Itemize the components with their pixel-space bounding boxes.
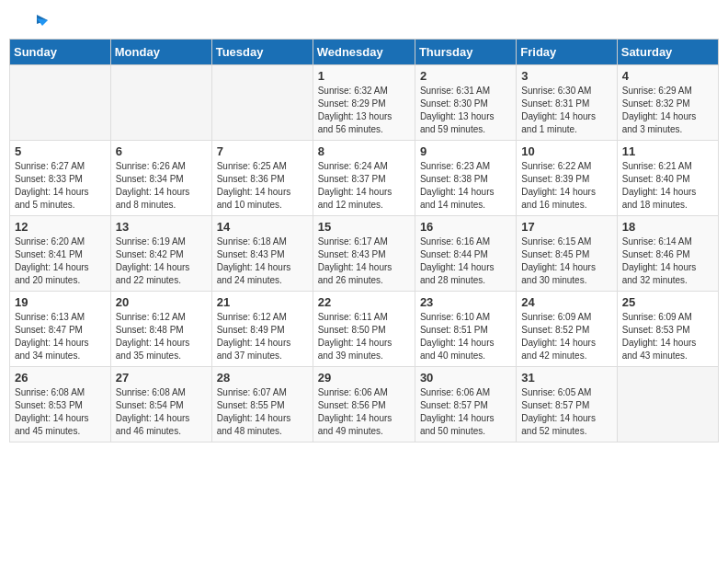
- day-number: 6: [116, 144, 207, 158]
- day-info: Sunrise: 6:17 AMSunset: 8:43 PMDaylight:…: [318, 236, 410, 287]
- day-number: 23: [420, 295, 511, 309]
- col-header-tuesday: Tuesday: [211, 40, 313, 65]
- day-number: 29: [318, 371, 410, 385]
- day-number: 20: [116, 295, 207, 309]
- calendar-cell: 25Sunrise: 6:09 AMSunset: 8:53 PMDayligh…: [617, 292, 718, 367]
- calendar-cell: 5Sunrise: 6:27 AMSunset: 8:33 PMDaylight…: [10, 141, 111, 216]
- calendar-week-1: 1Sunrise: 6:32 AMSunset: 8:29 PMDaylight…: [10, 65, 719, 141]
- day-info: Sunrise: 6:25 AMSunset: 8:36 PMDaylight:…: [217, 160, 308, 212]
- day-number: 2: [420, 69, 511, 83]
- calendar-cell: 13Sunrise: 6:19 AMSunset: 8:42 PMDayligh…: [110, 216, 211, 292]
- calendar-cell: 16Sunrise: 6:16 AMSunset: 8:44 PMDayligh…: [415, 216, 516, 292]
- calendar-cell: 20Sunrise: 6:12 AMSunset: 8:48 PMDayligh…: [110, 292, 211, 367]
- day-number: 28: [217, 371, 308, 385]
- calendar-cell: 19Sunrise: 6:13 AMSunset: 8:47 PMDayligh…: [10, 292, 111, 367]
- calendar-cell: 14Sunrise: 6:18 AMSunset: 8:43 PMDayligh…: [211, 216, 313, 292]
- day-info: Sunrise: 6:27 AMSunset: 8:33 PMDaylight:…: [15, 160, 106, 212]
- day-info: Sunrise: 6:12 AMSunset: 8:49 PMDaylight:…: [217, 311, 308, 362]
- day-number: 7: [217, 144, 308, 158]
- day-info: Sunrise: 6:21 AMSunset: 8:40 PMDaylight:…: [622, 160, 713, 212]
- col-header-wednesday: Wednesday: [313, 40, 415, 65]
- calendar-cell: 22Sunrise: 6:11 AMSunset: 8:50 PMDayligh…: [313, 292, 415, 367]
- calendar-cell: [10, 65, 111, 141]
- day-info: Sunrise: 6:08 AMSunset: 8:54 PMDaylight:…: [116, 386, 207, 438]
- day-info: Sunrise: 6:16 AMSunset: 8:44 PMDaylight:…: [420, 236, 511, 287]
- day-info: Sunrise: 6:24 AMSunset: 8:37 PMDaylight:…: [318, 160, 410, 212]
- calendar-cell: 7Sunrise: 6:25 AMSunset: 8:36 PMDaylight…: [211, 141, 313, 216]
- day-info: Sunrise: 6:06 AMSunset: 8:56 PMDaylight:…: [318, 386, 410, 438]
- calendar-cell: 18Sunrise: 6:14 AMSunset: 8:46 PMDayligh…: [617, 216, 718, 292]
- day-info: Sunrise: 6:09 AMSunset: 8:52 PMDaylight:…: [521, 311, 611, 362]
- day-number: 3: [521, 69, 611, 83]
- day-info: Sunrise: 6:08 AMSunset: 8:53 PMDaylight:…: [15, 386, 106, 438]
- day-info: Sunrise: 6:20 AMSunset: 8:41 PMDaylight:…: [15, 236, 106, 287]
- day-info: Sunrise: 6:09 AMSunset: 8:53 PMDaylight:…: [622, 311, 713, 362]
- day-info: Sunrise: 6:14 AMSunset: 8:46 PMDaylight:…: [622, 236, 713, 287]
- day-info: Sunrise: 6:05 AMSunset: 8:57 PMDaylight:…: [521, 386, 611, 438]
- calendar-header-row: SundayMondayTuesdayWednesdayThursdayFrid…: [10, 40, 719, 65]
- day-number: 17: [521, 220, 611, 234]
- day-info: Sunrise: 6:15 AMSunset: 8:45 PMDaylight:…: [521, 236, 611, 287]
- day-info: Sunrise: 6:23 AMSunset: 8:38 PMDaylight:…: [420, 160, 511, 212]
- logo: [22, 17, 50, 29]
- day-number: 13: [116, 220, 207, 234]
- day-number: 22: [318, 295, 410, 309]
- day-number: 12: [15, 220, 106, 234]
- calendar-cell: 29Sunrise: 6:06 AMSunset: 8:56 PMDayligh…: [313, 367, 415, 442]
- calendar-cell: 3Sunrise: 6:30 AMSunset: 8:31 PMDaylight…: [517, 65, 617, 141]
- calendar-cell: 23Sunrise: 6:10 AMSunset: 8:51 PMDayligh…: [415, 292, 516, 367]
- col-header-monday: Monday: [110, 40, 211, 65]
- day-number: 11: [622, 144, 713, 158]
- calendar-cell: 26Sunrise: 6:08 AMSunset: 8:53 PMDayligh…: [10, 367, 111, 442]
- day-info: Sunrise: 6:19 AMSunset: 8:42 PMDaylight:…: [116, 236, 207, 287]
- day-info: Sunrise: 6:13 AMSunset: 8:47 PMDaylight:…: [15, 311, 106, 362]
- day-number: 8: [318, 144, 410, 158]
- day-info: Sunrise: 6:32 AMSunset: 8:29 PMDaylight:…: [318, 85, 410, 136]
- calendar-cell: 24Sunrise: 6:09 AMSunset: 8:52 PMDayligh…: [517, 292, 617, 367]
- calendar-cell: 15Sunrise: 6:17 AMSunset: 8:43 PMDayligh…: [313, 216, 415, 292]
- calendar-cell: 8Sunrise: 6:24 AMSunset: 8:37 PMDaylight…: [313, 141, 415, 216]
- day-number: 26: [15, 371, 106, 385]
- page-header: [0, 0, 728, 39]
- calendar-cell: [110, 65, 211, 141]
- calendar-cell: 27Sunrise: 6:08 AMSunset: 8:54 PMDayligh…: [110, 367, 211, 442]
- calendar-wrapper: SundayMondayTuesdayWednesdayThursdayFrid…: [0, 39, 728, 452]
- day-number: 9: [420, 144, 511, 158]
- day-number: 19: [15, 295, 106, 309]
- calendar-cell: 11Sunrise: 6:21 AMSunset: 8:40 PMDayligh…: [617, 141, 718, 216]
- day-number: 27: [116, 371, 207, 385]
- page-container: SundayMondayTuesdayWednesdayThursdayFrid…: [0, 0, 728, 452]
- day-info: Sunrise: 6:12 AMSunset: 8:48 PMDaylight:…: [116, 311, 207, 362]
- day-info: Sunrise: 6:26 AMSunset: 8:34 PMDaylight:…: [116, 160, 207, 212]
- day-info: Sunrise: 6:30 AMSunset: 8:31 PMDaylight:…: [521, 85, 611, 136]
- calendar-cell: 12Sunrise: 6:20 AMSunset: 8:41 PMDayligh…: [10, 216, 111, 292]
- calendar-week-4: 19Sunrise: 6:13 AMSunset: 8:47 PMDayligh…: [10, 292, 719, 367]
- calendar-cell: 9Sunrise: 6:23 AMSunset: 8:38 PMDaylight…: [415, 141, 516, 216]
- day-number: 25: [622, 295, 713, 309]
- col-header-friday: Friday: [517, 40, 617, 65]
- day-info: Sunrise: 6:07 AMSunset: 8:55 PMDaylight:…: [217, 386, 308, 438]
- day-info: Sunrise: 6:18 AMSunset: 8:43 PMDaylight:…: [217, 236, 308, 287]
- day-info: Sunrise: 6:31 AMSunset: 8:30 PMDaylight:…: [420, 85, 511, 136]
- calendar-cell: 10Sunrise: 6:22 AMSunset: 8:39 PMDayligh…: [517, 141, 617, 216]
- day-number: 15: [318, 220, 410, 234]
- day-number: 1: [318, 69, 410, 83]
- col-header-thursday: Thursday: [415, 40, 516, 65]
- calendar-week-3: 12Sunrise: 6:20 AMSunset: 8:41 PMDayligh…: [10, 216, 719, 292]
- calendar-table: SundayMondayTuesdayWednesdayThursdayFrid…: [9, 39, 719, 442]
- day-number: 21: [217, 295, 308, 309]
- day-number: 10: [521, 144, 611, 158]
- logo-icon: [24, 11, 50, 37]
- calendar-cell: 28Sunrise: 6:07 AMSunset: 8:55 PMDayligh…: [211, 367, 313, 442]
- calendar-cell: 4Sunrise: 6:29 AMSunset: 8:32 PMDaylight…: [617, 65, 718, 141]
- day-info: Sunrise: 6:11 AMSunset: 8:50 PMDaylight:…: [318, 311, 410, 362]
- day-info: Sunrise: 6:10 AMSunset: 8:51 PMDaylight:…: [420, 311, 511, 362]
- calendar-cell: [211, 65, 313, 141]
- calendar-cell: 30Sunrise: 6:06 AMSunset: 8:57 PMDayligh…: [415, 367, 516, 442]
- day-info: Sunrise: 6:29 AMSunset: 8:32 PMDaylight:…: [622, 85, 713, 136]
- calendar-cell: 21Sunrise: 6:12 AMSunset: 8:49 PMDayligh…: [211, 292, 313, 367]
- day-number: 30: [420, 371, 511, 385]
- day-number: 14: [217, 220, 308, 234]
- day-info: Sunrise: 6:22 AMSunset: 8:39 PMDaylight:…: [521, 160, 611, 212]
- day-number: 18: [622, 220, 713, 234]
